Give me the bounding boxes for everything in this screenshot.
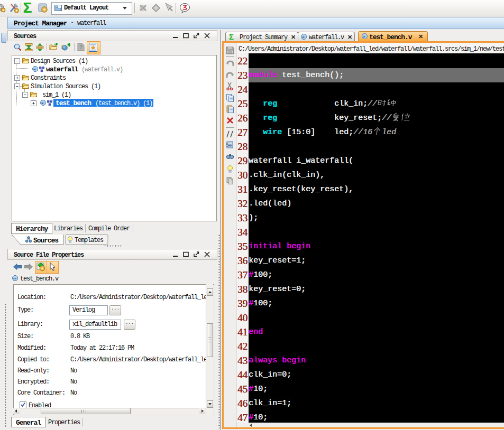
svg-text:?: ? <box>79 44 83 50</box>
svg-text:ve: ve <box>13 277 17 280</box>
